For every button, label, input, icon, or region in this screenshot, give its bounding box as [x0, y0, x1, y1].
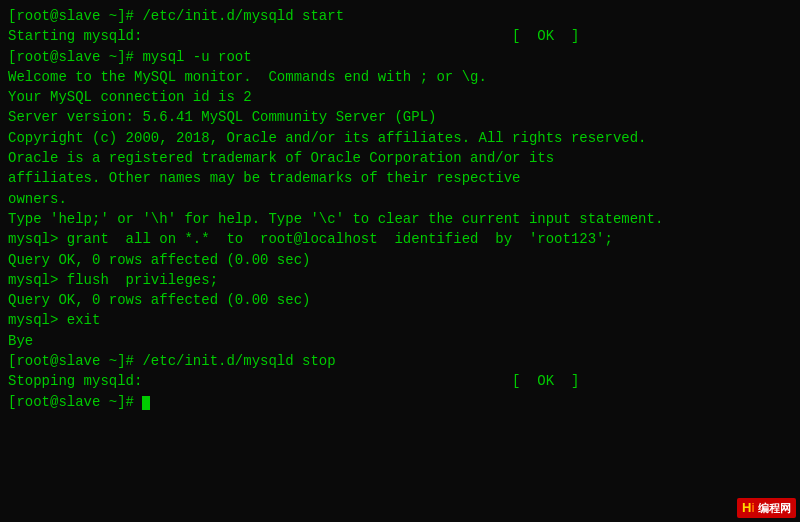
terminal-line: Type 'help;' or '\h' for help. Type '\c'…	[8, 209, 792, 229]
terminal-line: Bye	[8, 331, 792, 351]
terminal-line: Welcome to the MySQL monitor. Commands e…	[8, 67, 792, 87]
terminal-line: Query OK, 0 rows affected (0.00 sec)	[8, 250, 792, 270]
terminal-line: Your MySQL connection id is 2	[8, 87, 792, 107]
watermark: Hi 编程网	[737, 498, 796, 518]
terminal-line: [root@slave ~]#	[8, 392, 792, 412]
terminal-line: mysql> grant all on *.* to root@localhos…	[8, 229, 792, 249]
terminal-line: Server version: 5.6.41 MySQL Community S…	[8, 107, 792, 127]
terminal-line: Starting mysqld: [ OK ]	[8, 26, 792, 46]
terminal-line: owners.	[8, 189, 792, 209]
terminal-content: [root@slave ~]# /etc/init.d/mysqld start…	[8, 6, 792, 412]
terminal-line: Oracle is a registered trademark of Orac…	[8, 148, 792, 168]
terminal-line: Stopping mysqld: [ OK ]	[8, 371, 792, 391]
terminal-line: mysql> flush privileges;	[8, 270, 792, 290]
terminal-line: [root@slave ~]# mysql -u root	[8, 47, 792, 67]
terminal-line: [root@slave ~]# /etc/init.d/mysqld stop	[8, 351, 792, 371]
terminal-cursor	[142, 396, 150, 410]
terminal-window: [root@slave ~]# /etc/init.d/mysqld start…	[0, 0, 800, 522]
terminal-line: [root@slave ~]# /etc/init.d/mysqld start	[8, 6, 792, 26]
terminal-line: Query OK, 0 rows affected (0.00 sec)	[8, 290, 792, 310]
terminal-line: affiliates. Other names may be trademark…	[8, 168, 792, 188]
terminal-line: Copyright (c) 2000, 2018, Oracle and/or …	[8, 128, 792, 148]
terminal-line: mysql> exit	[8, 310, 792, 330]
